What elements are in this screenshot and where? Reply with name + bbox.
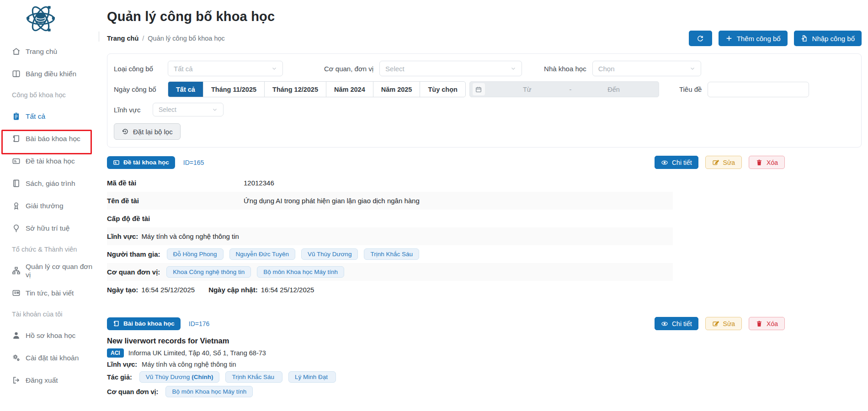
reset-filters-button[interactable]: Đặt lại bộ lọc	[114, 123, 181, 140]
filter-org-label: Cơ quan, đơn vị	[324, 65, 373, 73]
date-option-year-2025[interactable]: Năm 2025	[373, 82, 421, 97]
participant-tag[interactable]: Đỗ Hồng Phong	[167, 248, 224, 260]
sidebar-item-all-publications[interactable]: Tất cả	[0, 105, 97, 127]
refresh-button[interactable]	[689, 31, 712, 46]
detail-button[interactable]: Chi tiết	[655, 317, 698, 330]
field-row-name: Tên đề tài Ứng dụng AI trong phát hiện g…	[107, 192, 673, 210]
chevron-down-icon	[212, 107, 218, 112]
eye-icon	[661, 320, 668, 327]
sitemap-icon	[12, 266, 21, 275]
filter-scientist-select[interactable]: Chọn	[592, 61, 701, 76]
record-actions: Chi tiết Sửa Xóa	[655, 317, 785, 330]
date-from-placeholder: Từ	[485, 86, 570, 93]
author-tag[interactable]: Trịnh Khắc Sáu	[225, 371, 282, 383]
sidebar-item-home[interactable]: Trang chủ	[0, 40, 97, 63]
article-journal-line: ACI Informa UK Limited, Tập 40, Số 1, Tr…	[107, 348, 862, 358]
sidebar-item-news[interactable]: Tin tức, bài viết	[0, 282, 97, 304]
sidebar-item-label: Bảng điều khiển	[26, 70, 76, 78]
breadcrumb-current: Quản lý công bố khoa học	[148, 35, 224, 42]
date-filter-segmented-control: Tất cả Tháng 11/2025 Tháng 12/2025 Năm 2…	[168, 81, 466, 97]
delete-button[interactable]: Xóa	[749, 156, 785, 169]
toolbar: Thêm công bố Nhập công bố	[689, 31, 862, 46]
date-option-all[interactable]: Tất cả	[168, 82, 203, 97]
import-publication-button[interactable]: Nhập công bố	[794, 31, 862, 46]
field-value: Máy tính và công nghệ thông tin	[142, 361, 236, 368]
dashboard-columns-icon	[12, 69, 21, 78]
history-icon	[122, 128, 129, 135]
filter-field-select[interactable]: Select	[153, 103, 224, 116]
sidebar-item-intellectual-property[interactable]: Sở hữu trí tuệ	[0, 217, 97, 239]
id-card-icon	[113, 159, 120, 166]
record-id: ID=176	[189, 320, 210, 327]
sidebar-item-projects[interactable]: Đề tài khoa học	[0, 150, 97, 172]
date-option-year-2024[interactable]: Năm 2024	[326, 82, 373, 97]
gears-icon	[12, 353, 21, 362]
delete-button[interactable]: Xóa	[749, 317, 785, 330]
refresh-icon	[697, 35, 704, 42]
pencil-edit-icon	[712, 320, 719, 327]
article-field-line: Lĩnh vực: Máy tính và công nghệ thông ti…	[107, 361, 862, 368]
article-orgs-line: Cơ quan đơn vị: Bộ môn Khoa học Máy tính	[107, 386, 862, 397]
chevron-down-icon	[690, 66, 695, 71]
date-to-placeholder: Đến	[571, 86, 656, 93]
sidebar-item-articles[interactable]: Bài báo khoa học	[0, 127, 97, 150]
breadcrumb-home[interactable]: Trang chủ	[107, 35, 138, 42]
title-search-input[interactable]	[708, 82, 809, 97]
date-range-input[interactable]: Từ - Đến	[469, 81, 659, 97]
sidebar-item-label: Tin tức, bài viết	[26, 289, 74, 297]
sign-out-icon	[12, 376, 21, 385]
sidebar-nav: Trang chủ Bảng điều khiển Công bố khoa h…	[0, 34, 97, 391]
sidebar-item-label: Sách, giáo trình	[26, 179, 75, 188]
rank-badge-aci: ACI	[107, 348, 124, 358]
book-icon	[12, 179, 21, 188]
record-actions: Chi tiết Sửa Xóa	[655, 156, 785, 169]
org-tag[interactable]: Bộ môn Khoa học Máy tính	[165, 386, 253, 397]
sidebar-item-label: Cài đặt tài khoản	[26, 354, 79, 362]
field-row-participants: Người tham gia: Đỗ Hồng Phong Nguyễn Đức…	[107, 245, 673, 263]
record-card-article: Bài báo khoa học ID=176 Chi tiết Sửa Xóa…	[107, 317, 862, 397]
date-option-month-11-2025[interactable]: Tháng 11/2025	[203, 82, 265, 97]
filter-type-select[interactable]: Tất cả	[168, 61, 283, 76]
filter-row-2: Ngày công bố Tất cả Tháng 11/2025 Tháng …	[114, 81, 854, 97]
participant-tag[interactable]: Trịnh Khắc Sáu	[364, 248, 419, 260]
edit-button[interactable]: Sửa	[705, 317, 742, 330]
sidebar-item-label: Tất cả	[26, 112, 45, 121]
participant-tag[interactable]: Vũ Thùy Dương	[301, 248, 358, 260]
sidebar-item-account-settings[interactable]: Cài đặt tài khoản	[0, 347, 97, 369]
author-tag[interactable]: Lý Minh Đạt	[288, 371, 336, 383]
eye-icon	[661, 159, 668, 166]
record-id: ID=165	[183, 159, 204, 166]
home-icon	[12, 47, 21, 56]
sidebar-item-profile[interactable]: Hồ sơ khoa học	[0, 324, 97, 347]
filter-row-3: Lĩnh vực Select	[114, 103, 854, 116]
org-tag[interactable]: Bộ môn Khoa học Máy tính	[257, 266, 344, 278]
sidebar-item-awards[interactable]: Giải thưởng	[0, 195, 97, 217]
page-title: Quản lý công bố khoa học	[107, 9, 862, 24]
pencil-edit-icon	[712, 159, 719, 166]
add-publication-button[interactable]: Thêm công bố	[719, 31, 788, 46]
edit-button[interactable]: Sửa	[705, 156, 742, 169]
filter-title-label: Tiêu đề	[679, 85, 702, 93]
sidebar-item-books[interactable]: Sách, giáo trình	[0, 172, 97, 195]
file-import-icon	[801, 35, 808, 42]
participant-tag[interactable]: Nguyễn Đức Tuyên	[229, 248, 295, 260]
sidebar-item-label: Giải thưởng	[26, 202, 64, 210]
record-header: Đề tài khoa học ID=165 Chi tiết Sửa Xóa	[107, 156, 862, 169]
sidebar-item-dashboard[interactable]: Bảng điều khiển	[0, 63, 97, 85]
date-option-month-12-2025[interactable]: Tháng 12/2025	[265, 82, 326, 97]
sidebar-item-logout[interactable]: Đăng xuất	[0, 369, 97, 391]
record-type-badge: Bài báo khoa học	[107, 317, 181, 330]
filter-org-select[interactable]: Select	[379, 61, 522, 76]
id-card-icon	[12, 157, 21, 165]
date-option-custom[interactable]: Tùy chọn	[420, 82, 465, 97]
org-tag[interactable]: Khoa Công nghệ thông tin	[166, 266, 251, 278]
main-content: Quản lý công bố khoa học Trang chủ / Quả…	[97, 0, 868, 411]
record-type-badge: Đề tài khoa học	[107, 156, 175, 169]
sidebar-item-org-management[interactable]: Quản lý cơ quan đơn vị	[0, 259, 97, 282]
sidebar-item-label: Bài báo khoa học	[26, 135, 80, 143]
detail-button[interactable]: Chi tiết	[655, 156, 698, 169]
sidebar-item-label: Đăng xuất	[26, 376, 58, 385]
sidebar-item-label: Hồ sơ khoa học	[26, 332, 75, 340]
author-tag[interactable]: Vũ Thùy Dương(Chính)	[139, 371, 220, 383]
calendar-icon	[473, 83, 485, 95]
